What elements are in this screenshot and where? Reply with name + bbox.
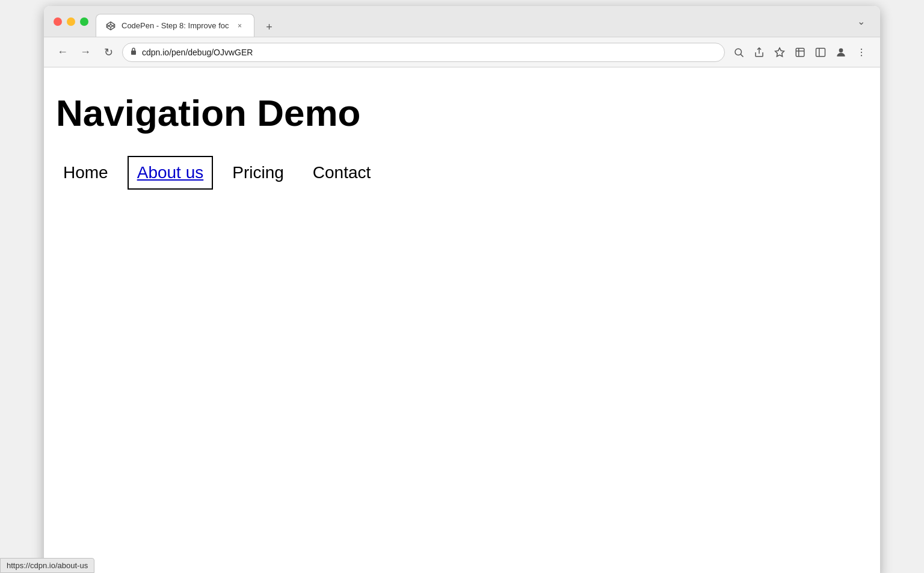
svg-line-5 — [741, 54, 743, 57]
tabs-area: CodePen - Step 8: Improve foc × + — [96, 6, 844, 37]
minimize-window-button[interactable] — [67, 17, 75, 26]
svg-point-12 — [861, 51, 862, 52]
svg-point-4 — [735, 49, 742, 55]
maximize-window-button[interactable] — [80, 17, 88, 26]
expand-button[interactable]: ⌄ — [851, 12, 870, 31]
nav-icons — [730, 43, 870, 61]
nav-item-pricing[interactable]: Pricing — [225, 158, 291, 187]
bookmark-button[interactable] — [771, 43, 789, 61]
nav-item-home[interactable]: Home — [56, 158, 116, 187]
codepen-icon — [106, 21, 116, 31]
tab-close-button[interactable]: × — [235, 21, 244, 31]
sidebar-button[interactable] — [812, 43, 830, 61]
profile-button[interactable] — [832, 43, 850, 61]
lock-icon — [130, 47, 137, 57]
active-tab[interactable]: CodePen - Step 8: Improve foc × — [96, 14, 254, 37]
search-button[interactable] — [730, 43, 748, 61]
title-bar: CodePen - Step 8: Improve foc × + ⌄ — [44, 6, 880, 37]
new-tab-button[interactable]: + — [259, 17, 279, 37]
main-nav: Home About us Pricing Contact — [56, 158, 868, 187]
browser-window: CodePen - Step 8: Improve foc × + ⌄ ← → … — [44, 6, 880, 573]
svg-point-10 — [839, 48, 843, 52]
menu-button[interactable] — [852, 43, 870, 61]
svg-rect-8 — [816, 48, 825, 57]
svg-rect-3 — [131, 51, 136, 55]
address-bar[interactable]: cdpn.io/pen/debug/OJvwGER — [122, 43, 725, 62]
nav-bar: ← → ↻ cdpn.io/pen/debug/OJvwGER — [44, 37, 880, 67]
svg-point-11 — [861, 48, 862, 49]
svg-point-13 — [861, 55, 862, 56]
status-bar: https://cdpn.io/about-us — [0, 558, 94, 573]
tab-title: CodePen - Step 8: Improve foc — [122, 21, 229, 30]
nav-item-contact[interactable]: Contact — [306, 158, 378, 187]
address-text: cdpn.io/pen/debug/OJvwGER — [142, 48, 717, 57]
traffic-lights — [54, 17, 88, 26]
forward-button[interactable]: → — [76, 43, 94, 61]
close-window-button[interactable] — [54, 17, 62, 26]
nav-item-about[interactable]: About us — [130, 158, 211, 187]
share-button[interactable] — [750, 43, 768, 61]
svg-marker-7 — [775, 48, 784, 56]
page-title: Navigation Demo — [56, 91, 868, 134]
status-url: https://cdpn.io/about-us — [7, 561, 88, 570]
page-content: Navigation Demo Home About us Pricing Co… — [44, 67, 880, 573]
back-button[interactable]: ← — [54, 43, 72, 61]
extensions-button[interactable] — [791, 43, 809, 61]
reload-button[interactable]: ↻ — [99, 43, 117, 61]
